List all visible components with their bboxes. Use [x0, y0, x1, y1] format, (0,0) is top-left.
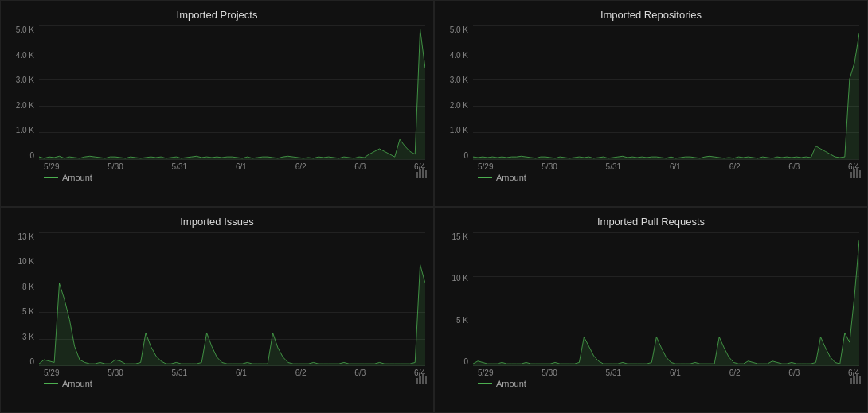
chart-imported-issues: Imported Issues13 K10 K8 K5 K3 K05/295/3… — [0, 207, 434, 414]
y-axis-imported-projects: 5.0 K4.0 K3.0 K2.0 K1.0 K0 — [9, 25, 39, 160]
dashboard: Imported Projects5.0 K4.0 K3.0 K2.0 K1.0… — [0, 0, 868, 413]
line-svg-imported-issues — [39, 232, 425, 367]
chart-icon-imported-pull-requests — [850, 373, 861, 387]
chart-title-imported-pull-requests: Imported Pull Requests — [443, 216, 859, 228]
legend-imported-repositories: Amount — [443, 173, 859, 182]
legend-imported-issues: Amount — [9, 379, 425, 388]
svg-rect-16 — [850, 378, 852, 384]
legend-line-icon-imported-projects — [44, 177, 58, 178]
x-axis-imported-repositories: 5/295/305/316/16/26/36/4 — [443, 160, 859, 171]
svg-rect-1 — [416, 172, 418, 178]
svg-rect-11 — [416, 378, 418, 384]
chart-icon-imported-repositories — [850, 167, 861, 181]
svg-marker-10 — [39, 264, 425, 366]
y-axis-imported-repositories: 5.0 K4.0 K3.0 K2.0 K1.0 K0 — [443, 25, 473, 160]
chart-inner-imported-issues — [39, 232, 425, 367]
chart-area-imported-projects: 5.0 K4.0 K3.0 K2.0 K1.0 K0 — [9, 25, 425, 160]
x-axis-imported-projects: 5/295/305/316/16/26/36/4 — [9, 160, 425, 171]
chart-area-imported-repositories: 5.0 K4.0 K3.0 K2.0 K1.0 K0 — [443, 25, 859, 160]
legend-label-imported-issues: Amount — [62, 379, 92, 388]
svg-rect-9 — [859, 170, 861, 178]
x-axis-imported-issues: 5/295/305/316/16/26/36/4 — [9, 366, 425, 377]
svg-marker-0 — [39, 29, 425, 159]
y-axis-imported-issues: 13 K10 K8 K5 K3 K0 — [9, 232, 39, 367]
chart-area-imported-issues: 13 K10 K8 K5 K3 K0 — [9, 232, 425, 367]
svg-marker-15 — [473, 240, 859, 366]
legend-label-imported-projects: Amount — [62, 173, 92, 182]
svg-rect-17 — [853, 376, 855, 384]
svg-rect-18 — [856, 373, 858, 384]
chart-title-imported-issues: Imported Issues — [9, 216, 425, 228]
legend-line-icon-imported-pull-requests — [478, 383, 492, 384]
x-axis-imported-pull-requests: 5/295/305/316/16/26/36/4 — [443, 366, 859, 377]
line-svg-imported-repositories — [473, 25, 859, 160]
chart-icon-imported-projects — [416, 167, 427, 181]
chart-title-imported-repositories: Imported Repositories — [443, 9, 859, 21]
chart-inner-imported-projects — [39, 25, 425, 160]
svg-rect-19 — [859, 376, 861, 384]
legend-line-icon-imported-issues — [44, 383, 58, 384]
svg-rect-7 — [853, 169, 855, 178]
y-axis-imported-pull-requests: 15 K10 K5 K0 — [443, 232, 473, 367]
legend-imported-pull-requests: Amount — [443, 379, 859, 388]
svg-rect-2 — [419, 169, 421, 178]
chart-imported-pull-requests: Imported Pull Requests15 K10 K5 K05/295/… — [434, 207, 868, 414]
svg-rect-13 — [422, 373, 424, 384]
line-svg-imported-pull-requests — [473, 232, 859, 367]
svg-rect-4 — [425, 170, 427, 178]
chart-title-imported-projects: Imported Projects — [9, 9, 425, 21]
svg-rect-12 — [419, 376, 421, 384]
legend-line-icon-imported-repositories — [478, 177, 492, 178]
legend-imported-projects: Amount — [9, 173, 425, 182]
line-svg-imported-projects — [39, 25, 425, 160]
chart-imported-projects: Imported Projects5.0 K4.0 K3.0 K2.0 K1.0… — [0, 0, 434, 207]
svg-rect-3 — [422, 167, 424, 178]
chart-inner-imported-repositories — [473, 25, 859, 160]
svg-rect-6 — [850, 172, 852, 178]
svg-marker-5 — [473, 33, 859, 159]
chart-imported-repositories: Imported Repositories5.0 K4.0 K3.0 K2.0 … — [434, 0, 868, 207]
legend-label-imported-repositories: Amount — [496, 173, 526, 182]
svg-rect-8 — [856, 167, 858, 178]
svg-rect-14 — [425, 376, 427, 384]
chart-inner-imported-pull-requests — [473, 232, 859, 367]
chart-area-imported-pull-requests: 15 K10 K5 K0 — [443, 232, 859, 367]
legend-label-imported-pull-requests: Amount — [496, 379, 526, 388]
chart-icon-imported-issues — [416, 373, 427, 387]
